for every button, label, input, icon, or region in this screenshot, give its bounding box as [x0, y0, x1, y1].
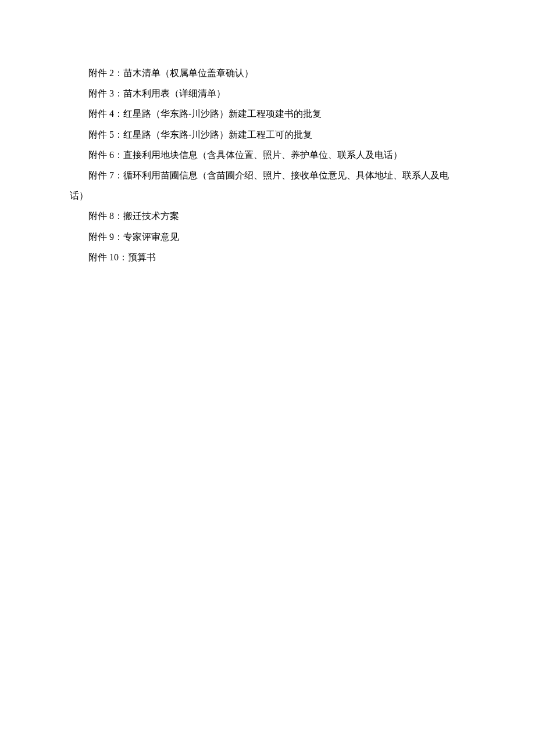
attachment-label: 附件 2： — [88, 68, 123, 78]
attachment-item-8: 附件 8：搬迁技术方案 — [70, 206, 465, 226]
attachment-item-7: 附件 7：循环利用苗圃信息（含苗圃介绍、照片、接收单位意见、具体地址、联系人及电… — [70, 165, 465, 206]
attachment-item-3: 附件 3：苗木利用表（详细清单） — [70, 83, 465, 103]
attachment-label: 附件 10： — [88, 252, 128, 262]
attachment-label: 附件 9： — [88, 232, 123, 242]
attachment-item-2: 附件 2：苗木清单（权属单位盖章确认） — [70, 63, 465, 83]
attachment-item-4: 附件 4：红星路（华东路-川沙路）新建工程项建书的批复 — [70, 103, 465, 124]
attachment-text: 循环利用苗圃信息（含苗圃介绍、照片、接收单位意见、具体地址、联系人及电话） — [70, 170, 449, 200]
attachment-text: 预算书 — [128, 252, 156, 262]
attachment-text: 苗木清单（权属单位盖章确认） — [123, 68, 254, 78]
document-body: 附件 2：苗木清单（权属单位盖章确认） 附件 3：苗木利用表（详细清单） 附件 … — [70, 63, 465, 267]
attachment-text: 红星路（华东路-川沙路）新建工程工可的批复 — [123, 130, 312, 139]
attachment-item-5: 附件 5：红星路（华东路-川沙路）新建工程工可的批复 — [70, 124, 465, 145]
attachment-item-6: 附件 6：直接利用地块信息（含具体位置、照片、养护单位、联系人及电话） — [70, 145, 465, 165]
attachment-text: 搬迁技术方案 — [123, 211, 179, 221]
attachment-label: 附件 5： — [88, 130, 123, 139]
attachment-label: 附件 7： — [88, 170, 123, 180]
attachment-text: 苗木利用表（详细清单） — [123, 88, 226, 98]
attachment-label: 附件 3： — [88, 88, 123, 98]
attachment-label: 附件 8： — [88, 211, 123, 221]
attachment-label: 附件 6： — [88, 150, 123, 160]
attachment-text: 直接利用地块信息（含具体位置、照片、养护单位、联系人及电话） — [123, 150, 402, 160]
attachment-label: 附件 4： — [88, 109, 123, 119]
attachment-item-9: 附件 9：专家评审意见 — [70, 227, 465, 247]
attachment-text: 红星路（华东路-川沙路）新建工程项建书的批复 — [123, 109, 322, 119]
attachment-item-10: 附件 10：预算书 — [70, 247, 465, 267]
attachment-text: 专家评审意见 — [123, 232, 179, 242]
